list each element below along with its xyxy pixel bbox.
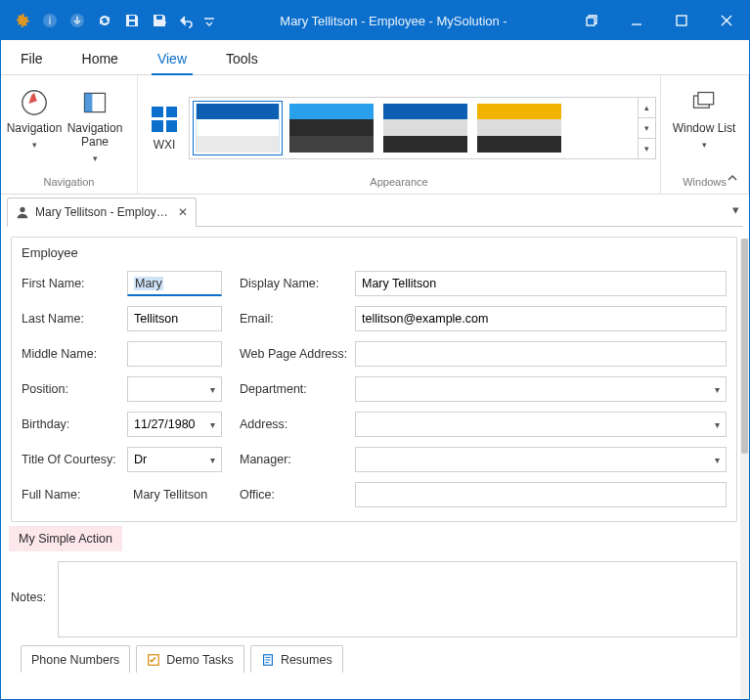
pane-icon	[79, 87, 110, 118]
label-full-name: Full Name:	[22, 488, 121, 502]
svg-rect-7	[85, 93, 93, 111]
scrollbar-thumb[interactable]	[741, 239, 748, 454]
first-name-value: Mary	[134, 277, 163, 290]
download-icon[interactable]	[64, 1, 91, 40]
navigation-pane-label: Navigation Pane	[67, 122, 123, 150]
close-tab-icon[interactable]: ✕	[178, 205, 188, 219]
tab-demo-tasks[interactable]: Demo Tasks	[136, 645, 244, 673]
display-name-field[interactable]	[355, 271, 727, 296]
office-field[interactable]	[355, 482, 727, 507]
middle-name-field[interactable]	[127, 341, 222, 367]
employee-group: Employee First Name: Mary Last Name: Mid…	[11, 237, 737, 522]
label-title-courtesy: Title Of Courtesy:	[22, 453, 121, 466]
chevron-down-icon[interactable]: ▾	[715, 419, 720, 430]
menu-home[interactable]: Home	[74, 45, 126, 74]
chevron-down-icon[interactable]: ▾	[210, 384, 215, 395]
birthday-field[interactable]: ▾	[127, 412, 222, 437]
label-office: Office:	[240, 488, 349, 502]
svg-text:i: i	[49, 15, 51, 26]
save-new-icon[interactable]	[146, 1, 173, 40]
gallery-up-icon[interactable]: ▴	[639, 98, 655, 118]
grid-icon	[152, 107, 177, 132]
group-caption-navigation: Navigation	[1, 172, 137, 194]
form-area: Employee First Name: Mary Last Name: Mid…	[1, 227, 749, 680]
email-field[interactable]	[355, 306, 727, 331]
group-title: Employee	[22, 245, 78, 260]
gallery-spin: ▴ ▾ ▾	[638, 98, 655, 158]
notes-row: Notes:	[11, 561, 737, 637]
undo-icon[interactable]	[173, 1, 200, 40]
document-icon	[261, 653, 275, 667]
navigation-pane-button[interactable]: Navigation Pane ▾	[66, 83, 124, 167]
detail-tabs: Phone Numbers Demo Tasks Resumes	[11, 637, 737, 673]
label-web: Web Page Address:	[240, 347, 349, 361]
label-display-name: Display Name:	[240, 277, 349, 290]
tab-phone-label: Phone Numbers	[31, 653, 119, 667]
qat-customize-icon[interactable]	[200, 1, 218, 40]
full-name-field: Mary Tellitson	[127, 482, 222, 507]
window-buttons	[569, 1, 749, 40]
restore-down-alt-icon[interactable]	[569, 1, 614, 40]
chevron-down-icon[interactable]: ▾	[210, 455, 215, 465]
chevron-down-icon[interactable]: ▾	[210, 419, 215, 430]
document-tab[interactable]: Mary Tellitson - Employ… ✕	[7, 197, 197, 227]
web-field[interactable]	[355, 341, 727, 367]
last-name-field[interactable]	[127, 306, 222, 331]
label-position: Position:	[22, 382, 121, 396]
theme-swatch-3[interactable]	[383, 104, 467, 153]
info-icon[interactable]: i	[36, 1, 64, 40]
address-field[interactable]: ▾	[355, 412, 727, 437]
quick-access-toolbar: i	[1, 1, 218, 40]
manager-field[interactable]: ▾	[355, 447, 727, 472]
refresh-icon[interactable]	[91, 1, 118, 40]
menu-tools[interactable]: Tools	[218, 45, 266, 74]
tab-resumes[interactable]: Resumes	[250, 645, 343, 673]
tab-overflow-icon[interactable]: ▾	[732, 202, 739, 217]
department-field[interactable]: ▾	[355, 376, 727, 402]
theme-swatch-4[interactable]	[477, 104, 561, 153]
minimize-button[interactable]	[614, 1, 659, 40]
collapse-ribbon-icon[interactable]	[726, 171, 739, 188]
label-address: Address:	[240, 417, 349, 431]
chevron-down-icon[interactable]: ▾	[715, 384, 720, 395]
menu-file[interactable]: File	[13, 45, 51, 74]
label-department: Department:	[240, 382, 349, 396]
menu-view[interactable]: View	[150, 45, 195, 74]
theme-swatch-2[interactable]	[289, 104, 374, 153]
my-simple-action-button[interactable]: My Simple Action	[9, 526, 122, 551]
gear-icon[interactable]	[9, 1, 36, 40]
svg-rect-4	[677, 16, 686, 25]
label-manager: Manager:	[240, 453, 349, 466]
wxi-label: WXI	[154, 139, 176, 153]
close-button[interactable]	[704, 1, 749, 40]
window-list-label: Window List	[673, 122, 736, 136]
label-first-name: First Name:	[22, 277, 121, 290]
theme-gallery: ▴ ▾ ▾	[189, 97, 656, 159]
vertical-scrollbar[interactable]	[740, 239, 749, 699]
document-tab-label: Mary Tellitson - Employ…	[35, 205, 168, 219]
maximize-button[interactable]	[659, 1, 704, 40]
notes-field[interactable]	[58, 561, 737, 637]
navigation-label: Navigation	[7, 122, 63, 136]
tab-phone-numbers[interactable]: Phone Numbers	[21, 645, 130, 673]
first-name-field[interactable]: Mary	[127, 271, 222, 296]
compass-icon	[19, 87, 50, 118]
save-icon[interactable]	[118, 1, 146, 40]
title-bar: i Mary Tellitson - Employee - MySolution…	[1, 1, 749, 40]
label-birthday: Birthday:	[22, 417, 121, 431]
chevron-down-icon[interactable]: ▾	[715, 455, 720, 465]
label-notes: Notes:	[11, 561, 50, 604]
ribbon: Navigation ▾ Navigation Pane ▾ Navigatio…	[1, 75, 749, 195]
window-title: Mary Tellitson - Employee - MySolution -	[218, 14, 569, 28]
svg-point-10	[20, 207, 24, 212]
wxi-button[interactable]: WXI	[142, 100, 187, 156]
gallery-expand-icon[interactable]: ▾	[639, 139, 655, 158]
tab-resumes-label: Resumes	[281, 653, 332, 667]
navigation-button[interactable]: Navigation ▾	[5, 83, 64, 153]
position-field[interactable]: ▾	[127, 376, 222, 402]
theme-swatch-1[interactable]	[196, 104, 280, 153]
title-courtesy-field[interactable]: ▾	[127, 447, 222, 472]
window-list-button[interactable]: Window List ▾	[665, 83, 743, 153]
label-last-name: Last Name:	[22, 312, 121, 326]
gallery-down-icon[interactable]: ▾	[639, 118, 655, 139]
